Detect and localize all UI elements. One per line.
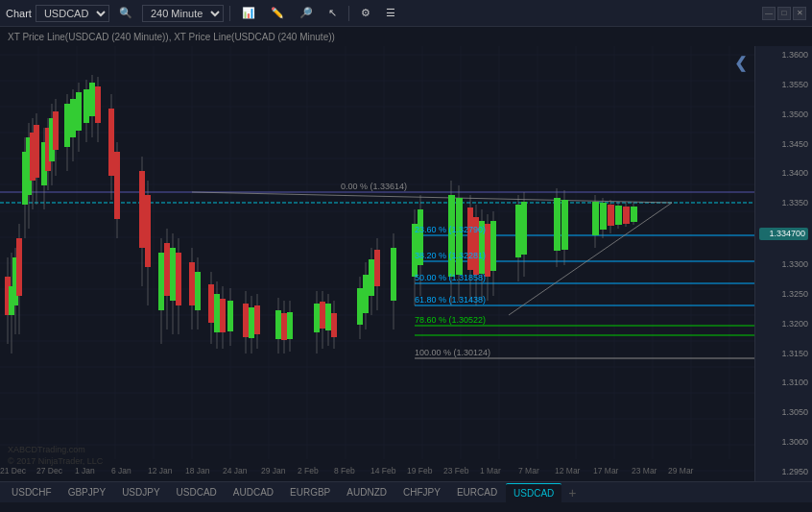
svg-rect-149 [456,198,463,275]
svg-rect-115 [249,307,254,338]
svg-text:100.00 % (1.30124): 100.00 % (1.30124) [415,348,490,357]
svg-text:18 Jan: 18 Jan [185,466,210,475]
svg-rect-85 [108,109,114,176]
toolbar: Chart USDCAD 🔍 240 Minute 📊 ✏️ 🔎 ↖ ⚙ ☰ —… [0,0,812,27]
tab-eurgbp[interactable]: EURGBP [282,483,338,502]
svg-rect-107 [214,294,220,332]
zoom-icon[interactable]: 🔎 [294,5,319,21]
svg-rect-55 [16,238,22,296]
svg-rect-169 [592,202,599,235]
tab-gbpjpy[interactable]: GBPJPY [60,483,113,502]
search-icon[interactable]: 🔍 [113,5,138,21]
svg-rect-73 [64,104,70,147]
price-1335: 1.3350 [759,198,808,208]
svg-text:19 Feb: 19 Feb [407,466,433,475]
svg-rect-179 [631,207,637,222]
symbol-select[interactable]: USDCAD [36,5,109,22]
svg-rect-165 [554,198,561,251]
svg-text:23 Mar: 23 Mar [632,466,657,475]
watermark-line2: © 2017 NinjaTrader, LLC [8,455,103,468]
svg-rect-167 [561,200,568,250]
chart-label: Chart [6,8,32,19]
svg-text:12 Jan: 12 Jan [148,466,173,475]
svg-rect-123 [287,312,293,339]
tab-chfjpy[interactable]: CHFJPY [395,483,448,502]
svg-rect-79 [84,89,89,123]
svg-rect-119 [275,310,281,339]
svg-rect-75 [70,99,76,137]
svg-text:38.20 % (1.32281): 38.20 % (1.32281) [415,251,486,260]
svg-rect-177 [623,207,630,224]
list-icon[interactable]: ☰ [380,5,401,21]
separator2 [348,6,349,21]
svg-rect-95 [164,243,170,296]
tab-bar: USDCHF GBPJPY USDJPY USDCAD AUDCAD EURGB… [0,481,812,502]
svg-rect-171 [600,203,607,230]
svg-text:2 Feb: 2 Feb [298,466,319,475]
chart-title: XT Price Line(USDCAD (240 Minute)), XT P… [8,32,335,42]
price-1305: 1.3050 [759,407,808,418]
timeframe-select[interactable]: 240 Minute [142,5,224,22]
svg-rect-139 [374,250,380,286]
cursor-icon[interactable]: ↖ [322,5,343,21]
svg-rect-137 [369,259,374,296]
tab-audnzd[interactable]: AUDNZD [339,483,394,502]
chart-container: 0.00 % (1.33614) 23.60 % (1.32790) 38.20… [0,46,812,481]
svg-text:29 Mar: 29 Mar [668,466,694,475]
svg-rect-127 [320,302,325,329]
watermark-line1: XABCDTrading.com [8,444,103,456]
price-1325: 1.3250 [759,289,808,300]
price-axis: 1.3600 1.3550 1.3500 1.3450 1.3400 1.335… [754,46,812,481]
svg-text:50.00 % (1.31858): 50.00 % (1.31858) [415,273,486,282]
tab-eurcad[interactable]: EURCAD [449,483,505,502]
maximize-button[interactable]: □ [777,7,791,20]
price-1320: 1.3200 [759,319,808,329]
svg-rect-103 [195,272,201,310]
tab-audcad[interactable]: AUDCAD [226,483,281,502]
tab-usdcad-active[interactable]: USDCAD [506,483,561,502]
svg-rect-141 [391,248,396,301]
svg-text:23 Feb: 23 Feb [443,466,469,475]
price-1340: 1.3400 [759,168,808,179]
tab-usdjpy[interactable]: USDJPY [114,483,167,502]
price-1315: 1.3150 [759,349,808,359]
svg-rect-81 [89,83,95,116]
svg-rect-135 [363,275,369,313]
ninjatrader-logo-icon: ❮ [734,54,747,72]
chart-info-bar: XT Price Line(USDCAD (240 Minute)), XT P… [0,27,812,46]
tab-usdcad-1[interactable]: USDCAD [169,483,225,502]
svg-text:0.00 % (1.33614): 0.00 % (1.33614) [341,182,407,191]
price-1295: 1.2950 [759,467,808,477]
svg-text:17 Mar: 17 Mar [593,466,619,475]
price-1350: 1.3500 [759,110,808,120]
close-button[interactable]: ✕ [793,7,806,20]
svg-text:78.60 % (1.30522): 78.60 % (1.30522) [415,315,486,325]
svg-text:1 Mar: 1 Mar [480,466,501,475]
svg-rect-111 [227,301,233,331]
tab-usdchf[interactable]: USDCHF [4,483,60,502]
chart-svg: 0.00 % (1.33614) 23.60 % (1.32790) 38.20… [0,46,754,481]
settings-icon[interactable]: ⚙ [355,5,376,21]
svg-rect-173 [608,205,614,226]
svg-text:7 Mar: 7 Mar [518,466,539,475]
svg-rect-87 [114,152,120,219]
current-price-label: 1.334700 [759,228,808,240]
svg-rect-159 [490,221,496,271]
svg-text:14 Feb: 14 Feb [370,466,396,475]
svg-rect-109 [220,299,226,332]
svg-rect-131 [331,313,337,337]
price-1300: 1.3000 [759,437,808,448]
svg-rect-121 [281,313,287,340]
svg-text:8 Feb: 8 Feb [334,466,355,475]
bar-chart-icon[interactable]: 📊 [236,5,261,21]
minimize-button[interactable]: — [762,7,776,20]
svg-text:6 Jan: 6 Jan [111,466,131,475]
price-1360: 1.3600 [759,50,808,61]
svg-rect-175 [615,206,622,225]
svg-rect-117 [254,305,260,334]
pencil-icon[interactable]: ✏️ [265,5,290,21]
svg-rect-97 [170,248,176,301]
tab-add-button[interactable]: + [562,483,582,502]
svg-text:24 Jan: 24 Jan [223,466,248,475]
watermark: XABCDTrading.com © 2017 NinjaTrader, LLC [8,444,103,468]
